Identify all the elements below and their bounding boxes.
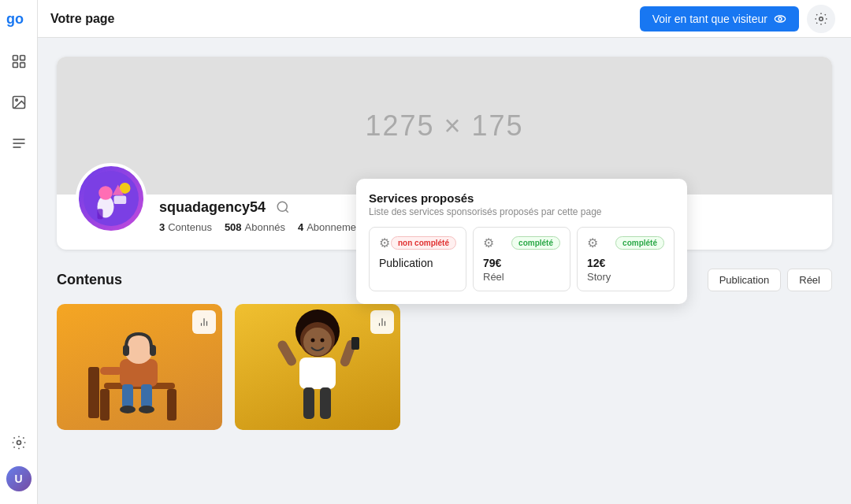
sidebar-bottom: U bbox=[5, 428, 33, 491]
svg-point-12 bbox=[779, 17, 782, 20]
main-content: 1275 × 175 squadagency54 bbox=[38, 38, 851, 504]
service-price-2: 79€ bbox=[483, 257, 560, 269]
profile-username: squadagency54 bbox=[159, 199, 266, 216]
home-icon[interactable] bbox=[5, 47, 33, 76]
svg-rect-35 bbox=[100, 367, 122, 375]
services-subtitle: Liste des services sponsorisés proposés … bbox=[369, 206, 674, 217]
svg-rect-19 bbox=[98, 209, 103, 219]
services-title: Services proposés bbox=[369, 191, 674, 205]
service-settings-icon-3[interactable]: ⚙ bbox=[587, 235, 598, 250]
filter-publication[interactable]: Publication bbox=[708, 269, 782, 291]
svg-rect-49 bbox=[303, 387, 314, 419]
svg-line-22 bbox=[286, 209, 288, 212]
svg-rect-25 bbox=[167, 389, 177, 421]
filter-reel[interactable]: Réel bbox=[787, 269, 832, 291]
abonnes-count: 508 Abonnés bbox=[225, 221, 285, 233]
image-icon[interactable] bbox=[5, 88, 33, 117]
user-avatar[interactable]: U bbox=[6, 466, 32, 491]
service-card-header-1: ⚙ non complété bbox=[379, 235, 456, 250]
contenus-count: 3 Contenus bbox=[159, 221, 212, 233]
service-settings-icon-2[interactable]: ⚙ bbox=[483, 235, 494, 250]
contenus-title: Contenus bbox=[57, 272, 122, 288]
svg-point-10 bbox=[17, 441, 20, 445]
svg-point-43 bbox=[311, 339, 315, 343]
service-badge-1: non complété bbox=[391, 236, 456, 250]
service-badge-3: complété bbox=[615, 236, 664, 250]
svg-point-33 bbox=[120, 406, 136, 413]
content-card-1 bbox=[57, 304, 222, 430]
svg-point-44 bbox=[321, 339, 325, 343]
sidebar: go U bbox=[0, 0, 38, 504]
service-settings-icon-1[interactable]: ⚙ bbox=[379, 235, 390, 250]
banner-dimensions: 1275 × 175 bbox=[365, 109, 523, 143]
svg-point-34 bbox=[139, 406, 154, 413]
content-chart-icon-1[interactable] bbox=[192, 310, 216, 334]
service-price-3: 12€ bbox=[587, 257, 664, 269]
svg-rect-1 bbox=[13, 56, 17, 61]
svg-point-42 bbox=[303, 328, 332, 356]
services-grid: ⚙ non complété Publication ⚙ complété 79… bbox=[369, 227, 674, 291]
svg-rect-2 bbox=[20, 56, 24, 61]
svg-rect-30 bbox=[150, 345, 156, 356]
profile-name-row: squadagency54 bbox=[159, 196, 370, 218]
service-type-2: Réel bbox=[483, 271, 560, 283]
settings-icon[interactable] bbox=[5, 428, 33, 457]
svg-rect-45 bbox=[299, 358, 336, 389]
svg-rect-17 bbox=[114, 196, 127, 205]
service-card-publication: ⚙ non complété Publication bbox=[369, 227, 466, 291]
visitor-button[interactable]: Voir en tant que visiteur bbox=[640, 6, 799, 32]
svg-rect-29 bbox=[123, 345, 129, 356]
service-card-header-3: ⚙ complété bbox=[587, 235, 664, 250]
svg-rect-3 bbox=[13, 63, 17, 68]
svg-rect-31 bbox=[122, 384, 133, 408]
page-title: Votre page bbox=[50, 12, 115, 26]
service-card-reel: ⚙ complété 79€ Réel bbox=[473, 227, 570, 291]
service-badge-2: complété bbox=[511, 236, 560, 250]
svg-point-16 bbox=[98, 186, 113, 200]
visitor-button-label: Voir en tant que visiteur bbox=[652, 13, 767, 25]
svg-rect-48 bbox=[351, 337, 359, 350]
service-card-header-2: ⚙ complété bbox=[483, 235, 560, 250]
svg-rect-32 bbox=[141, 384, 152, 408]
profile-section: squadagency54 3 Contenus 508 bbox=[57, 163, 832, 250]
search-icon[interactable] bbox=[272, 196, 294, 218]
filter-buttons: Publication Réel bbox=[708, 269, 832, 291]
service-type-3: Story bbox=[587, 271, 664, 283]
profile-stats: 3 Contenus 508 Abonnés 4 Abonnements bbox=[159, 221, 370, 233]
svg-point-21 bbox=[277, 202, 287, 211]
svg-point-11 bbox=[775, 16, 785, 22]
svg-rect-50 bbox=[320, 387, 331, 419]
svg-text:go: go bbox=[6, 11, 24, 27]
page-card: 1275 × 175 squadagency54 bbox=[57, 57, 832, 250]
svg-point-14 bbox=[84, 171, 139, 226]
content-grid bbox=[57, 304, 832, 430]
svg-point-6 bbox=[15, 99, 17, 101]
topbar: Votre page Voir en tant que visiteur bbox=[38, 0, 851, 38]
profile-info: squadagency54 3 Contenus 508 bbox=[159, 196, 370, 233]
list-icon[interactable] bbox=[5, 129, 33, 158]
services-popup: Services proposés Liste des services spo… bbox=[356, 179, 687, 304]
topbar-actions: Voir en tant que visiteur bbox=[640, 5, 835, 33]
svg-point-13 bbox=[819, 17, 823, 20]
topbar-settings-button[interactable] bbox=[807, 5, 835, 33]
content-card-2 bbox=[235, 304, 400, 430]
svg-rect-46 bbox=[276, 339, 298, 367]
service-name-1: Publication bbox=[379, 257, 456, 269]
svg-rect-4 bbox=[20, 63, 24, 68]
svg-rect-24 bbox=[100, 389, 110, 421]
service-card-story: ⚙ complété 12€ Story bbox=[577, 227, 674, 291]
content-chart-icon-2[interactable] bbox=[370, 310, 394, 334]
app-logo: go bbox=[6, 9, 32, 28]
profile-avatar bbox=[76, 163, 147, 234]
svg-rect-26 bbox=[88, 367, 99, 418]
